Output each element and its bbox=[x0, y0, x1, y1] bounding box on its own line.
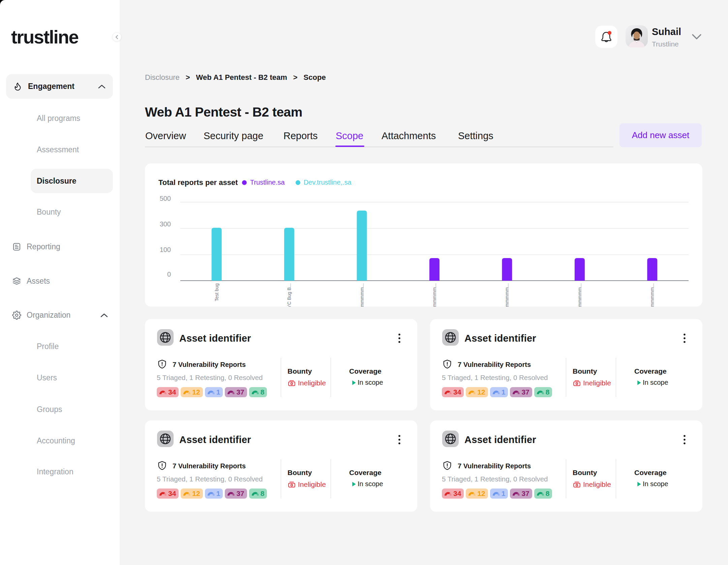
svg-text:Test bug: Test bug bbox=[214, 283, 219, 301]
svg-text:0: 0 bbox=[167, 271, 171, 278]
svg-text:100: 100 bbox=[160, 246, 171, 253]
svg-text:YC Bug B...: YC Bug B... bbox=[286, 283, 292, 307]
svg-text:mmmmm...: mmmmm... bbox=[649, 283, 655, 307]
svg-text:mmmmm...: mmmmm... bbox=[359, 283, 365, 307]
svg-text:mmmmm...: mmmmm... bbox=[504, 283, 510, 307]
svg-text:500: 500 bbox=[160, 195, 171, 202]
svg-text:300: 300 bbox=[160, 220, 171, 228]
svg-text:mmmmm...: mmmmm... bbox=[577, 283, 582, 307]
svg-text:mmmmm...: mmmmm... bbox=[432, 283, 437, 307]
